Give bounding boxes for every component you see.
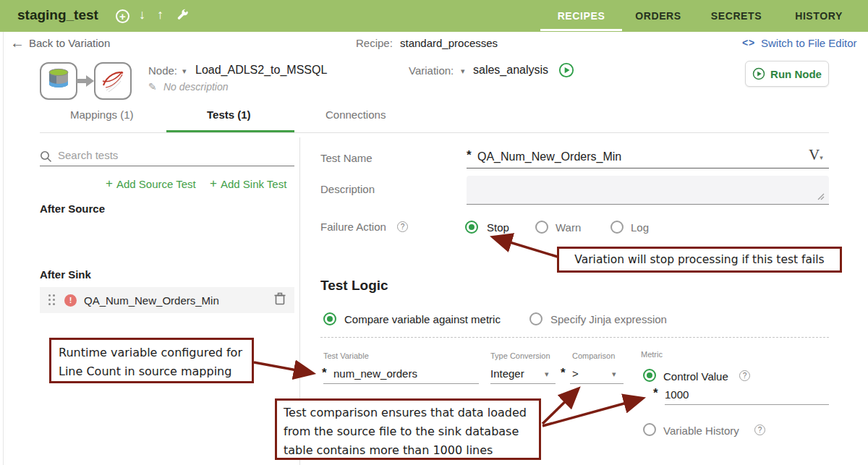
metric-radio-control-value[interactable]: [643, 369, 656, 382]
switch-file-editor-link[interactable]: Switch to File Editor: [761, 37, 857, 49]
control-value-underline: [665, 404, 829, 405]
resize-handle-icon[interactable]: [817, 193, 825, 200]
move-down-icon[interactable]: ↓: [139, 7, 145, 22]
failure-radio-warn-label[interactable]: Warn: [556, 221, 581, 234]
variation-label: Variation:: [409, 64, 454, 77]
node-select-value[interactable]: Load_ADLS2_to_MSSQL: [195, 64, 327, 77]
annotation-comparison-line: table contains more than 1000 lines: [284, 441, 539, 460]
failure-radio-stop[interactable]: [465, 221, 478, 234]
tab-mappings[interactable]: Mappings (1): [70, 108, 134, 121]
variation-dropdown-caret-icon[interactable]: ▾: [461, 67, 465, 76]
node-label: Node:: [148, 64, 177, 77]
annotation-stop-box: Variation will stop processing if this t…: [557, 247, 842, 273]
comparison-caret-icon[interactable]: ▾: [612, 370, 616, 379]
delete-test-trash-icon[interactable]: [274, 292, 286, 308]
comparison-select[interactable]: >: [572, 367, 579, 380]
comparison-underline: [570, 383, 624, 384]
logic-mode-compare-label[interactable]: Compare variable against metric: [344, 313, 501, 325]
failure-radio-stop-label[interactable]: Stop: [487, 221, 509, 234]
recipe-label: Recipe:: [356, 37, 393, 49]
comparison-label: Comparison: [572, 351, 615, 360]
logic-mode-radio-compare[interactable]: [323, 312, 336, 325]
metric-control-value-label[interactable]: Control Value: [663, 370, 728, 383]
control-value-input[interactable]: 1000: [665, 388, 689, 401]
nav-tab-orders[interactable]: ORDERS: [624, 0, 693, 32]
data-lake-cylinder-icon: [46, 67, 71, 95]
annotation-stop-text: Variation will stop processing if this t…: [574, 250, 824, 269]
sql-server-icon: [100, 68, 126, 94]
annotation-runtime-line: Line Count in source mapping: [59, 362, 252, 381]
back-to-variation-link[interactable]: Back to Variation: [29, 37, 110, 49]
add-source-test-label: Add Source Test: [116, 178, 196, 190]
metric-variable-history-label[interactable]: Variable History: [663, 425, 739, 437]
annotation-runtime-box: Runtime variable configured for Line Cou…: [49, 338, 254, 383]
edit-pencil-icon[interactable]: ✎: [148, 81, 157, 93]
node-description-placeholder[interactable]: No description: [163, 81, 229, 93]
control-value-help-icon[interactable]: ?: [739, 370, 750, 381]
annotation-arrow-control-value: [542, 398, 642, 426]
plus-icon: +: [106, 176, 113, 191]
tab-connections[interactable]: Connections: [326, 108, 386, 121]
after-sink-heading: After Sink: [40, 268, 91, 281]
nav-tab-secrets[interactable]: SECRETS: [699, 0, 774, 32]
chevron-down-icon: ▾: [820, 154, 823, 161]
add-circle-icon[interactable]: +: [116, 9, 129, 23]
type-conversion-underline: [490, 383, 556, 384]
add-source-test-button[interactable]: + Add Source Test: [106, 176, 196, 191]
failure-radio-log-label[interactable]: Log: [631, 221, 649, 234]
metric-radio-variable-history[interactable]: [643, 423, 656, 436]
required-asterisk: *: [322, 366, 327, 380]
sink-test-name: QA_Num_New_Orders_Min: [84, 294, 219, 307]
variable-insert-selector[interactable]: V▾: [809, 146, 823, 164]
add-sink-test-label: Add Sink Test: [221, 178, 286, 190]
annotation-comparison-line: Test comparison ensures that data loaded: [284, 404, 539, 422]
logic-mode-radio-jinja[interactable]: [529, 312, 542, 325]
move-up-icon[interactable]: ↑: [157, 7, 163, 22]
logic-mode-jinja-label[interactable]: Specify Jinja expression: [550, 313, 667, 325]
drag-handle-icon[interactable]: [48, 294, 56, 306]
required-asterisk: *: [561, 366, 566, 380]
test-variable-label: Test Variable: [323, 351, 369, 360]
recipe-value: standard_processes: [400, 37, 498, 49]
nav-tab-recipes[interactable]: RECIPES: [540, 0, 622, 32]
required-asterisk: *: [653, 386, 658, 401]
failure-action-help-icon[interactable]: ?: [397, 221, 408, 232]
run-variation-play-icon[interactable]: [558, 62, 574, 78]
type-conversion-caret-icon[interactable]: ▾: [545, 370, 549, 379]
description-textarea[interactable]: [467, 176, 829, 205]
variable-history-help-icon[interactable]: ?: [754, 425, 765, 435]
back-arrow-icon[interactable]: ←: [10, 35, 25, 51]
annotation-arrow-runtime: [254, 362, 312, 373]
variation-select-value[interactable]: sales_analysis: [473, 64, 548, 77]
left-edge-line: [3, 32, 4, 465]
search-icon: [40, 150, 52, 163]
annotation-comparison-line: from the source file to the sink databas…: [284, 422, 539, 441]
test-variable-input[interactable]: num_new_orders: [333, 367, 417, 380]
failure-radio-log[interactable]: [610, 221, 624, 234]
add-sink-test-button[interactable]: + Add Sink Test: [210, 176, 286, 191]
metric-label: Metric: [641, 350, 663, 359]
failure-action-label: Failure Action: [320, 221, 386, 233]
play-circle-icon: [752, 67, 765, 80]
source-node-tile[interactable]: [40, 62, 77, 100]
test-name-input[interactable]: QA_Num_New_Orders_Min: [477, 150, 621, 163]
header-bar: staging_test + ↓ ↑ RECIPES ORDERS SECRET…: [0, 0, 868, 32]
app-window: staging_test + ↓ ↑ RECIPES ORDERS SECRET…: [0, 0, 868, 465]
failure-radio-warn[interactable]: [535, 221, 548, 234]
page-title: staging_test: [17, 7, 98, 23]
sink-node-tile[interactable]: [94, 62, 132, 100]
node-dropdown-caret-icon[interactable]: ▾: [182, 67, 187, 76]
annotation-arrow-stop: [493, 237, 560, 257]
search-underline: [40, 166, 294, 166]
nav-tab-history[interactable]: HISTORY: [780, 0, 858, 32]
logic-section-dashed-divider: [320, 337, 829, 338]
annotation-comparison-box: Test comparison ensures that data loaded…: [275, 398, 541, 460]
type-conversion-select[interactable]: Integer: [490, 367, 524, 380]
search-tests-input[interactable]: [56, 148, 276, 162]
type-conversion-label: Type Conversion: [490, 351, 550, 360]
run-node-button[interactable]: Run Node: [745, 61, 829, 87]
annotation-runtime-line: Runtime variable configured for: [59, 344, 252, 362]
sink-test-list-item[interactable]: ! QA_Num_New_Orders_Min: [40, 287, 294, 313]
wrench-icon[interactable]: [175, 8, 190, 26]
tab-tests[interactable]: Tests (1): [207, 108, 251, 121]
